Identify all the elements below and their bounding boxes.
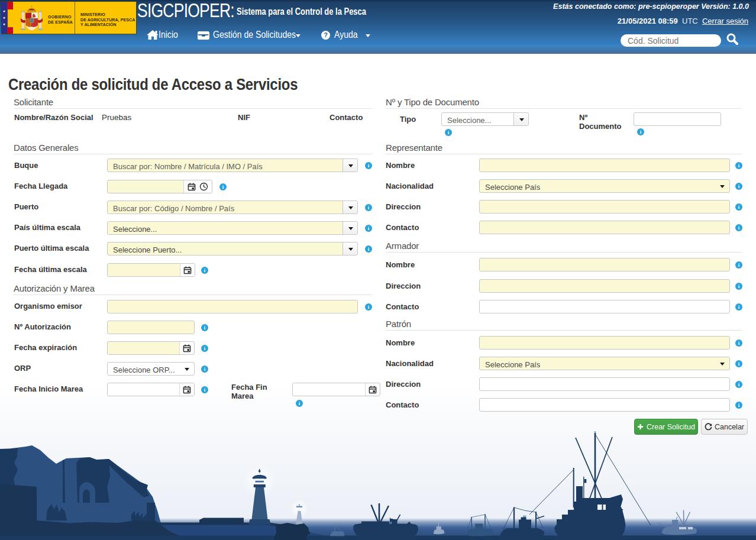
svg-text:?: ? [324, 31, 328, 38]
